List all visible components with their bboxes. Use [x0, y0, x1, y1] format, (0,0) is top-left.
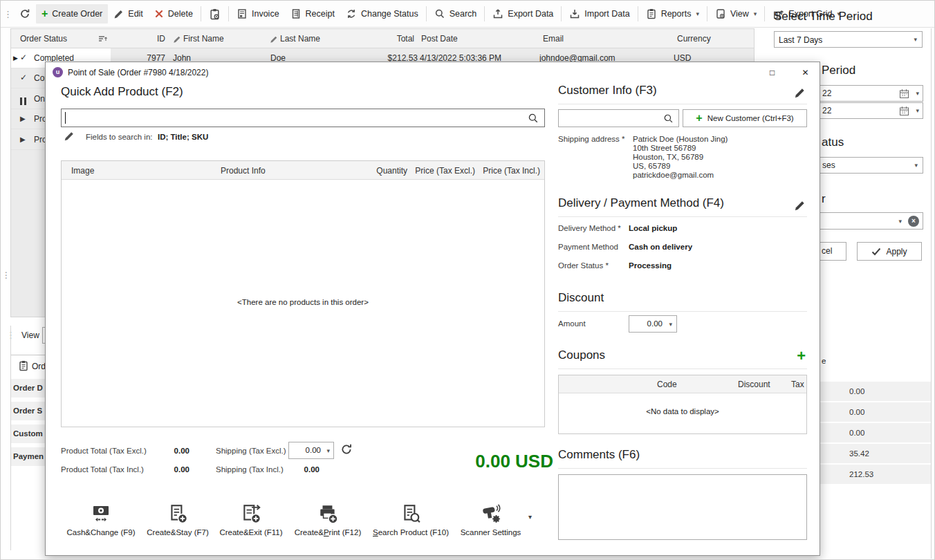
cash-change-button[interactable]: Cash&Change (F9): [59, 503, 142, 527]
custom-period-heading-fragment: Period: [822, 64, 855, 77]
reports-button[interactable]: Reports▾: [640, 4, 705, 24]
chevron-down-icon: ▾: [898, 217, 902, 224]
splitter-grip-icon[interactable]: ⋮: [2, 270, 9, 280]
on-hold-pause-icon: [20, 97, 26, 105]
date-to-value-fragment: 22: [822, 106, 831, 115]
view-button[interactable]: View▾: [710, 4, 762, 24]
column-header-quantity[interactable]: Quantity: [376, 166, 407, 176]
toolbar-separator: [201, 6, 201, 21]
column-header-code[interactable]: Code: [657, 380, 677, 389]
column-header-post-date[interactable]: Post Date: [421, 34, 458, 44]
delivery-method-label: Delivery Method *: [558, 224, 621, 232]
column-header-total[interactable]: Total: [347, 34, 414, 44]
new-customer-button[interactable]: + New Customer (Ctrl+F3): [683, 109, 807, 127]
column-header-currency[interactable]: Currency: [677, 34, 711, 44]
date-from-value-fragment: 22: [822, 88, 831, 98]
dialog-titlebar[interactable]: u Point of Sale (Order #7980 4/18/2022) …: [46, 62, 820, 83]
toolbar-separator: [228, 6, 229, 21]
clipboard-eye-icon: [209, 8, 221, 20]
edit-customer-pencil-icon[interactable]: [794, 87, 806, 99]
column-header-product-info[interactable]: Product Info: [221, 166, 266, 176]
toolbar-separator: [426, 6, 427, 21]
address-line: patrickdoe@gmail.com: [633, 171, 728, 180]
refresh-button[interactable]: [14, 4, 36, 24]
calendar-icon: [899, 88, 909, 99]
edit-button[interactable]: Edit: [108, 4, 149, 24]
create-print-button[interactable]: Create&Print (F12): [289, 503, 367, 527]
app-window: ⋮ + Create Order Edit Delete Invoice Rec…: [0, 0, 935, 560]
scanner-settings-button[interactable]: Scanner Settings: [451, 503, 530, 527]
shipping-amount-field[interactable]: 0.00 ▾: [288, 442, 334, 459]
add-coupon-button[interactable]: +: [797, 347, 806, 365]
toolbar-grip-icon[interactable]: ⋮: [1, 9, 14, 19]
plus-icon: +: [41, 8, 48, 20]
quick-add-search-input[interactable]: [61, 109, 545, 127]
discount-amount-field[interactable]: 0.00 ▾: [629, 315, 677, 333]
order-status-value-fragment: ses: [822, 160, 835, 170]
grand-total: 0.00 USD: [364, 451, 553, 472]
pencil-icon[interactable]: [64, 131, 75, 142]
scanner-settings-icon: [481, 503, 501, 524]
detail-header-fragment: e: [822, 357, 826, 365]
column-header-price-excl[interactable]: Price (Tax Excl.): [415, 166, 475, 176]
change-status-button[interactable]: Change Status: [340, 4, 424, 24]
order-status-value: Processing: [629, 261, 672, 270]
comments-textarea[interactable]: [558, 474, 807, 540]
plus-icon: +: [696, 112, 702, 124]
view-icon: [715, 8, 726, 19]
discount-section-header: Discount: [558, 291, 807, 312]
products-table: Image Product Info Quantity Price (Tax E…: [61, 160, 545, 427]
clear-filter-icon[interactable]: ×: [908, 216, 919, 227]
empty-products-message: <There are no products in this order>: [62, 298, 544, 306]
discount-heading: Discount: [558, 291, 604, 304]
payment-method-value: Cash on delivery: [629, 243, 692, 251]
edit-delivery-pencil-icon[interactable]: [794, 200, 806, 212]
pencil-icon: [113, 9, 124, 19]
create-order-button[interactable]: + Create Order: [36, 4, 108, 24]
sort-ascending-icon[interactable]: [98, 35, 107, 43]
delete-button[interactable]: Delete: [149, 4, 198, 24]
fields-to-search-label: Fields to search in:: [86, 133, 153, 141]
column-header-price-incl[interactable]: Price (Tax Incl.): [483, 166, 540, 176]
import-data-button[interactable]: Import Data: [564, 4, 635, 24]
create-stay-button[interactable]: Create&Stay (F7): [140, 503, 216, 527]
time-period-select[interactable]: Last 7 Days ▾: [774, 31, 923, 48]
refresh-shipping-icon[interactable]: [340, 443, 353, 456]
chevron-down-icon: ▾: [669, 320, 672, 327]
preview-button[interactable]: [203, 4, 226, 24]
chevron-down-icon: ▾: [916, 90, 919, 97]
close-button[interactable]: ✕: [800, 68, 811, 78]
column-header-order-status[interactable]: Order Status: [20, 34, 67, 44]
coupons-section-header: Coupons +: [558, 348, 807, 369]
fields-to-search-value: ID; Title; SKU: [158, 133, 208, 141]
column-header-last-name[interactable]: Last Name: [280, 34, 320, 44]
column-header-first-name[interactable]: First Name: [183, 34, 224, 44]
product-total-incl-value: 0.00: [142, 465, 189, 474]
export-data-button[interactable]: Export Data: [487, 4, 559, 24]
pencil-icon: [270, 35, 278, 44]
maximize-button[interactable]: □: [767, 68, 777, 78]
invoice-button[interactable]: Invoice: [231, 4, 285, 24]
column-header-discount[interactable]: Discount: [738, 380, 770, 389]
search-product-button[interactable]: Search Product (F10): [368, 503, 454, 527]
address-line: Patrick Doe (Houston Jing): [633, 135, 728, 144]
toolbar-separator: [484, 6, 485, 21]
more-actions-chevron-icon[interactable]: ▾: [528, 513, 532, 521]
column-header-email[interactable]: Email: [543, 34, 564, 44]
delivery-method-value: Local pickup: [629, 224, 677, 232]
search-button[interactable]: Search: [429, 4, 483, 24]
create-exit-button[interactable]: Create&Exit (F11): [214, 503, 288, 527]
column-header-image[interactable]: Image: [71, 166, 94, 176]
toolbar-separator: [638, 6, 638, 21]
time-period-value: Last 7 Days: [779, 35, 822, 45]
customer-info-section-header: Customer Info (F3): [558, 84, 807, 104]
column-header-id[interactable]: ID: [131, 34, 165, 44]
chevron-down-icon: ▾: [326, 447, 330, 454]
customer-search-input[interactable]: [558, 109, 679, 127]
apply-button[interactable]: Apply: [857, 242, 922, 261]
receipt-button[interactable]: Receipt: [285, 4, 340, 24]
create-stay-icon: [167, 503, 188, 524]
comments-heading: Comments (F6): [558, 448, 640, 461]
column-header-tax[interactable]: Tax: [791, 380, 804, 389]
panel-border: [10, 326, 11, 550]
